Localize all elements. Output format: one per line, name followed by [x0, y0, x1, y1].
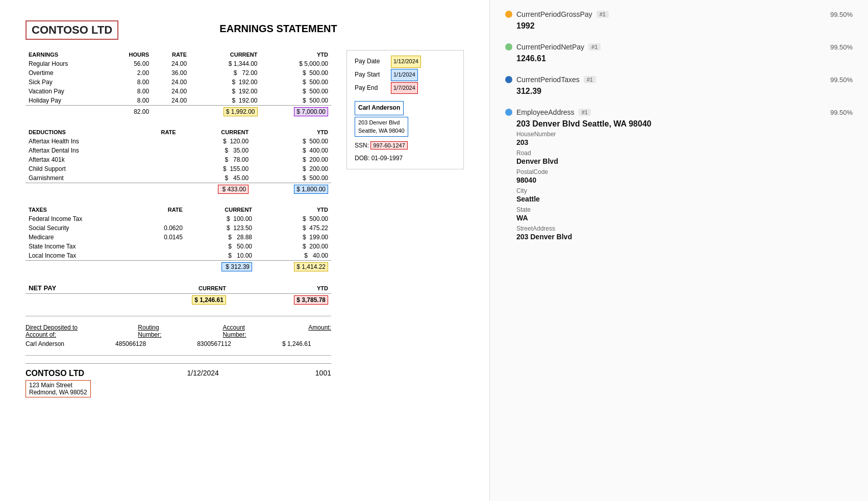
row-current: $ 78.00: [179, 155, 252, 164]
total-label: [26, 261, 139, 273]
row-ytd: $ 475.22: [255, 223, 331, 233]
row-rate: [137, 164, 179, 173]
row-label: Local Income Tax: [26, 251, 139, 261]
total-label: [26, 183, 137, 195]
table-row: Vacation Pay 8.00 24.00 $ 192.00 $ 500.0…: [26, 87, 331, 96]
table-row: Federal Income Tax $ 100.00 $ 500.00: [26, 214, 331, 223]
row-rate: [137, 173, 179, 183]
row-ytd: $ 500.00: [255, 214, 331, 223]
company-name: CONTOSO LTD: [26, 20, 118, 40]
table-row: Overtime 2.00 36.00 $ 72.00 $ 500.00: [26, 68, 331, 78]
row-label: Medicare: [26, 233, 139, 242]
row-current: $ 192.00: [190, 96, 260, 106]
net-pay-confidence: 99.50%: [830, 43, 853, 51]
dd-routing-label: Routing Number:: [138, 324, 171, 338]
gross-pay-name: CurrentPeriodGrossPay: [516, 10, 592, 18]
dd-account-value: 8300567112: [197, 340, 231, 347]
dd-account-label: Account Number:: [223, 324, 258, 338]
ssn-label: SSN:: [355, 142, 369, 149]
field-net-pay-header: CurrentPeriodNetPay #1 99.50%: [505, 43, 853, 51]
deductions-table: DEDUCTIONS RATE CURRENT YTD Aftertax Hea…: [26, 128, 331, 195]
row-ytd: $ 200.00: [255, 242, 331, 251]
postal-code-value: 98040: [516, 176, 853, 184]
taxes-confidence: 99.50%: [830, 76, 853, 84]
row-current: $ 123.50: [186, 223, 255, 233]
net-pay-row: $ 1,246.61 $ 3,785.78: [26, 294, 331, 306]
city-label: City: [516, 187, 853, 194]
road-value: Denver Blvd: [516, 157, 853, 165]
table-row: State Income Tax $ 50.00 $ 200.00: [26, 242, 331, 251]
row-label: Garnishment: [26, 173, 137, 183]
ssn-value: 997-60-1247: [370, 141, 407, 149]
dd-amount-value: $ 1,246.61: [282, 340, 311, 347]
row-rate: [139, 242, 186, 251]
total-label: [26, 106, 106, 118]
row-current: $ 72.00: [190, 68, 260, 78]
earnings-total-current-value: $ 1,992.00: [224, 107, 258, 116]
deduct-ytd-header: YTD: [252, 128, 331, 137]
sub-field-postal-code: PostalCode 98040: [505, 168, 853, 184]
total-ytd: $ 1,800.00: [252, 183, 331, 195]
gross-pay-confidence: 99.50%: [830, 11, 853, 18]
net-pay-badge: #1: [588, 43, 601, 51]
row-ytd: $ 200.00: [252, 155, 331, 164]
sub-field-city: City Seattle: [505, 187, 853, 203]
taxes-total-current-value: $ 312.39: [221, 262, 252, 271]
field-taxes: CurrentPeriodTaxes #1 99.50% 312.39: [505, 76, 853, 96]
dd-routing-value: 485066128: [115, 340, 146, 347]
dob-row: DOB: 01-09-1997: [355, 153, 456, 164]
sub-field-state: State WA: [505, 206, 853, 222]
row-rate: 24.00: [152, 96, 190, 106]
pay-end-row: Pay End 1/7/2024: [355, 82, 456, 94]
employee-address-line1: 203 Denver Blvd: [358, 118, 405, 127]
field-net-pay-header-left: CurrentPeriodNetPay #1: [505, 43, 601, 51]
doc-title: EARNINGS STATEMENT: [118, 20, 438, 35]
pay-date-value: 1/12/2024: [391, 56, 421, 68]
taxes-field-name: CurrentPeriodTaxes: [516, 76, 580, 84]
row-ytd: $ 500.00: [252, 173, 331, 183]
net-pay-label: NET PAY: [26, 283, 111, 294]
earnings-total-row: 82.00 $ 1,992.00 $ 7,000.00: [26, 106, 331, 118]
table-row: Local Income Tax $ 10.00 $ 40.00: [26, 251, 331, 261]
field-taxes-header: CurrentPeriodTaxes #1 99.50%: [505, 76, 853, 84]
doc-header: CONTOSO LTD EARNINGS STATEMENT: [26, 20, 464, 40]
city-value: Seattle: [516, 195, 853, 203]
total-rate-empty: [137, 183, 179, 195]
field-address: EmployeeAddress #1 99.50% 203 Denver Blv…: [505, 108, 853, 241]
row-ytd: $ 5,000.00: [261, 59, 331, 68]
net-pay-rate-empty: [111, 294, 127, 306]
gross-pay-dot: [505, 11, 512, 18]
row-label: Holiday Pay: [26, 96, 106, 106]
taxes-section-label: TAXES: [26, 205, 139, 214]
row-label: Regular Hours: [26, 59, 106, 68]
row-hours: 8.00: [106, 78, 152, 87]
footer-company-name: CONTOSO LTD: [26, 369, 91, 378]
address-dot: [505, 109, 512, 116]
taxes-dot: [505, 76, 512, 83]
row-rate: 0.0145: [139, 233, 186, 242]
row-label: Aftertax 401k: [26, 155, 137, 164]
row-current: $ 10.00: [186, 251, 255, 261]
table-row: Child Support $ 155.00 $ 200.00: [26, 164, 331, 173]
net-pay-field-name: CurrentPeriodNetPay: [516, 43, 584, 51]
row-ytd: $ 500.00: [261, 68, 331, 78]
field-gross-pay-header-left: CurrentPeriodGrossPay #1: [505, 10, 609, 18]
field-net-pay: CurrentPeriodNetPay #1 99.50% 1246.61: [505, 43, 853, 63]
footer-address-box: 123 Main Street Redmond, WA 98052: [26, 380, 91, 397]
table-row: Aftertax Dental Ins $ 35.00 $ 400.00: [26, 146, 331, 155]
earnings-table: EARNINGS HOURS RATE CURRENT YTD Regular …: [26, 50, 331, 117]
net-pay-field-value: 1246.61: [505, 54, 853, 63]
pay-info-box: Pay Date 1/12/2024 Pay Start 1/1/2024 Pa…: [346, 50, 464, 397]
row-rate: [137, 137, 179, 146]
address-field-value: 203 Denver Blvd Seattle, WA 98040: [505, 119, 853, 129]
footer-address-line1: 123 Main Street: [29, 382, 87, 389]
field-gross-pay: CurrentPeriodGrossPay #1 99.50% 1992: [505, 10, 853, 31]
row-current: $ 192.00: [190, 87, 260, 96]
row-current: $ 50.00: [186, 242, 255, 251]
footer-date: 1/12/2024: [187, 369, 219, 377]
net-pay-current-header: CURRENT: [127, 283, 229, 294]
ssn-row: SSN: 997-60-1247: [355, 140, 456, 152]
employee-address-line2: Seattle, WA 98040: [358, 127, 405, 135]
pay-date-label: Pay Date: [355, 56, 388, 67]
row-ytd: $ 500.00: [261, 96, 331, 106]
